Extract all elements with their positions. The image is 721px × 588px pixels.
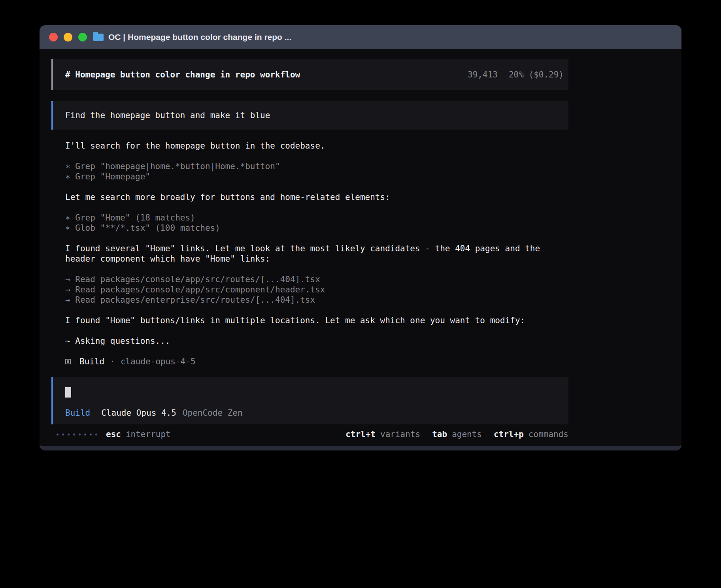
hint-key-esc: esc bbox=[106, 429, 121, 439]
activity-status: ~ Asking questions... bbox=[65, 336, 568, 346]
hint-label-variants: variants bbox=[380, 429, 420, 439]
input-provider-label: OpenCode Zen bbox=[183, 408, 243, 418]
assistant-text: I found "Home" buttons/links in multiple… bbox=[65, 315, 568, 326]
agent-row: Build · claude-opus-4-5 bbox=[65, 356, 568, 367]
progress-dot bbox=[73, 433, 75, 435]
session-stats: 39,413 20% ($0.29) bbox=[468, 70, 564, 79]
tool-call-group: → Read packages/console/app/src/routes/[… bbox=[65, 274, 568, 305]
hint-key-tab: tab bbox=[432, 429, 447, 439]
close-button[interactable] bbox=[49, 33, 58, 41]
separator-dot-icon: · bbox=[110, 356, 115, 367]
tool-call-grep: ∗ Grep "Home" (18 matches) bbox=[65, 213, 568, 223]
hint-commands: ctrl+p commands bbox=[494, 429, 568, 439]
hint-agents: tab agents bbox=[432, 429, 482, 439]
tool-call-read: → Read packages/enterprise/src/routes/[.… bbox=[65, 295, 568, 305]
prompt-input[interactable]: Build Claude Opus 4.5 OpenCode Zen bbox=[51, 377, 568, 424]
assistant-transcript: I'll search for the homepage button in t… bbox=[51, 141, 568, 367]
tool-call-grep: ∗ Grep "homepage|home.*button|Home.*butt… bbox=[65, 161, 568, 172]
tool-call-group: ∗ Grep "Home" (18 matches) ∗ Glob "**/*.… bbox=[65, 213, 568, 233]
assistant-text: I'll search for the homepage button in t… bbox=[65, 141, 568, 151]
hint-label-interrupt: interrupt bbox=[126, 429, 171, 439]
agent-name: Build bbox=[79, 356, 104, 367]
assistant-text: I found several "Home" links. Let me loo… bbox=[65, 243, 568, 264]
tool-call-group: ∗ Grep "homepage|home.*button|Home.*butt… bbox=[65, 161, 568, 182]
progress-dot bbox=[68, 433, 70, 435]
progress-dots bbox=[57, 433, 97, 435]
terminal-window: OC | Homepage button color change in rep… bbox=[40, 25, 681, 450]
window-title: OC | Homepage button color change in rep… bbox=[108, 32, 291, 42]
input-meta: Build Claude Opus 4.5 OpenCode Zen bbox=[65, 408, 556, 418]
user-message-text: Find the homepage button and make it blu… bbox=[65, 111, 270, 120]
hint-key-ctrl-p: ctrl+p bbox=[494, 429, 524, 439]
folder-icon bbox=[93, 34, 104, 41]
progress-dot bbox=[79, 433, 81, 435]
status-bar: esc interrupt ctrl+t variants tab agents… bbox=[51, 429, 568, 439]
terminal-content: # Homepage button color change in repo w… bbox=[40, 49, 681, 446]
input-model-label: Claude Opus 4.5 bbox=[101, 408, 176, 418]
token-count: 39,413 bbox=[468, 70, 498, 79]
tool-call-glob: ∗ Glob "**/*.tsx" (100 matches) bbox=[65, 223, 568, 233]
tool-call-grep: ∗ Grep "Homepage" bbox=[65, 172, 568, 182]
minimize-button[interactable] bbox=[64, 33, 72, 41]
tool-call-read: → Read packages/console/app/src/componen… bbox=[65, 285, 568, 295]
agent-model: claude-opus-4-5 bbox=[121, 356, 196, 367]
agent-icon bbox=[65, 359, 71, 364]
progress-dot bbox=[84, 433, 86, 435]
hint-label-agents: agents bbox=[452, 429, 482, 439]
traffic-lights bbox=[49, 33, 87, 41]
hint-label-commands: commands bbox=[528, 429, 568, 439]
hint-interrupt: esc interrupt bbox=[106, 429, 171, 439]
hint-variants: ctrl+t variants bbox=[345, 429, 420, 439]
tool-call-read: → Read packages/console/app/src/routes/[… bbox=[65, 274, 568, 285]
input-agent-label: Build bbox=[65, 408, 90, 418]
window-titlebar[interactable]: OC | Homepage button color change in rep… bbox=[40, 25, 681, 49]
progress-dot bbox=[57, 433, 59, 435]
progress-dot bbox=[95, 433, 97, 435]
context-usage: 20% ($0.29) bbox=[509, 70, 564, 79]
text-cursor bbox=[65, 387, 71, 398]
assistant-text: Let me search more broadly for buttons a… bbox=[65, 192, 568, 202]
session-title: # Homepage button color change in repo w… bbox=[65, 70, 300, 79]
progress-dot bbox=[90, 433, 92, 435]
zoom-button[interactable] bbox=[78, 33, 87, 41]
user-message: Find the homepage button and make it blu… bbox=[51, 101, 568, 130]
progress-dot bbox=[62, 433, 64, 435]
keyboard-hints: ctrl+t variants tab agents ctrl+p comman… bbox=[345, 429, 568, 439]
hint-key-ctrl-t: ctrl+t bbox=[345, 429, 376, 439]
session-header: # Homepage button color change in repo w… bbox=[51, 59, 568, 90]
